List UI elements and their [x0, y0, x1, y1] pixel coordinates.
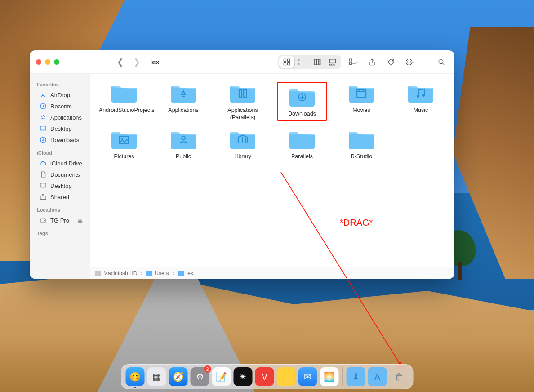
sidebar-item-label: Downloads	[50, 137, 79, 143]
breadcrumb-label: lex	[187, 270, 193, 276]
breadcrumb[interactable]: Users	[146, 270, 169, 276]
sidebar-section-header: iCloud	[32, 146, 90, 157]
sidebar-item-shared[interactable]: Shared	[35, 192, 87, 202]
folder-library[interactable]: Library	[218, 128, 268, 160]
folder-r-studio[interactable]: R-Studio	[336, 128, 387, 160]
search-button[interactable]	[435, 56, 448, 68]
folder-icon	[169, 128, 198, 151]
dock-stack-applications[interactable]: A	[368, 367, 387, 386]
breadcrumb[interactable]: lex	[178, 270, 193, 276]
nav-arrows: ❮ ❯	[117, 57, 140, 67]
sidebar-item-downloads[interactable]: Downloads	[35, 134, 87, 145]
dock-app-screenshot[interactable]: ✴︎	[234, 367, 253, 386]
folder-grid[interactable]: AndroidStudioProjects Applications Appli…	[90, 74, 454, 267]
dock-separator	[343, 367, 343, 386]
recents-icon	[40, 102, 47, 110]
sidebar-item-desktop[interactable]: Desktop	[35, 123, 87, 134]
svg-line-28	[442, 63, 444, 65]
svg-point-46	[422, 94, 425, 97]
svg-point-22	[392, 60, 393, 61]
dock-app-stickies[interactable]	[277, 367, 296, 386]
folder-music[interactable]: Music	[396, 82, 446, 121]
pathbar[interactable]: Macintosh HD›Users›lex	[90, 267, 454, 279]
dock-app-launchpad[interactable]: ▦	[147, 367, 166, 386]
icon-view-button[interactable]	[279, 56, 294, 68]
back-button[interactable]: ❮	[117, 57, 124, 67]
folder-public[interactable]: Public	[158, 128, 209, 160]
zoom-button[interactable]	[54, 59, 59, 65]
icloud-icon	[40, 160, 47, 167]
sidebar-item-desktop[interactable]: Desktop	[35, 180, 87, 191]
close-button[interactable]	[36, 59, 41, 65]
applications-icon	[40, 114, 47, 121]
svg-rect-34	[40, 183, 46, 187]
sidebar-section-header: Tags	[32, 226, 90, 238]
sidebar-item-icloud-drive[interactable]: iCloud Drive	[35, 158, 87, 169]
dock-app-system-settings[interactable]: ⚙︎2	[191, 367, 209, 386]
shared-icon	[40, 193, 47, 200]
eject-icon[interactable]: ⏏	[77, 217, 83, 224]
folder-icon	[146, 271, 152, 276]
folder-label: Public	[176, 153, 191, 160]
folder-label: Pictures	[114, 153, 134, 160]
folder-applications-parallels-[interactable]: Applications (Parallels)	[218, 82, 268, 121]
svg-rect-11	[317, 59, 319, 65]
svg-rect-3	[288, 62, 290, 65]
dock-app-mail[interactable]: ✉︎	[298, 367, 317, 386]
svg-point-24	[407, 62, 408, 62]
disk-icon	[40, 217, 47, 224]
list-view-button[interactable]	[294, 56, 310, 68]
dock-app-photos[interactable]: 🌅	[320, 367, 339, 386]
titlebar[interactable]: ❮ ❯ lex ⌄ ⌄	[30, 50, 454, 74]
sidebar-item-applications[interactable]: Applications	[35, 112, 87, 123]
dock-app-vivaldi[interactable]: V	[255, 367, 274, 386]
svg-point-26	[410, 62, 411, 62]
svg-point-7	[299, 59, 300, 60]
view-switcher	[278, 55, 341, 69]
folder-androidstudioprojects[interactable]: AndroidStudioProjects	[99, 82, 149, 121]
sidebar[interactable]: FavoritesAirDropRecentsApplicationsDeskt…	[30, 74, 90, 279]
folder-downloads[interactable]: Downloads	[277, 82, 327, 121]
dock-stack-downloads[interactable]: ⬇︎	[347, 367, 365, 386]
folder-label: Music	[414, 107, 428, 114]
share-button[interactable]	[365, 56, 379, 68]
desktop-icon	[40, 125, 47, 132]
sidebar-section-header: Locations	[32, 203, 90, 214]
documents-icon	[40, 171, 47, 178]
dock-app-safari[interactable]: 🧭	[169, 367, 188, 386]
dock-stack-trash[interactable]: 🗑	[390, 367, 409, 386]
dock[interactable]: 😊▦🧭⚙︎2📝✴︎V ✉︎🌅⬇︎A🗑	[121, 364, 414, 389]
sidebar-item-label: TG Pro	[50, 217, 69, 224]
folder-pictures[interactable]: Pictures	[99, 128, 149, 160]
sidebar-item-tg-pro[interactable]: TG Pro⏏	[35, 215, 87, 226]
dock-app-finder[interactable]: 😊	[126, 367, 145, 386]
folder-applications[interactable]: Applications	[158, 82, 209, 121]
sidebar-item-documents[interactable]: Documents	[35, 169, 87, 180]
drag-annotation-label: *DRAG*	[340, 218, 373, 228]
folder-movies[interactable]: Movies	[336, 82, 387, 121]
breadcrumb-label: Users	[155, 270, 169, 276]
sidebar-item-airdrop[interactable]: AirDrop	[35, 89, 87, 100]
forward-button[interactable]: ❯	[134, 57, 140, 67]
breadcrumb-label: Macintosh HD	[103, 270, 137, 276]
folder-icon	[110, 128, 138, 151]
tags-button[interactable]	[384, 56, 398, 68]
svg-point-25	[409, 62, 409, 62]
svg-rect-10	[314, 59, 316, 65]
folder-parallels[interactable]: Parallels	[277, 128, 327, 160]
window-controls	[36, 59, 59, 65]
breadcrumb[interactable]: Macintosh HD	[95, 270, 137, 276]
dock-app-notes[interactable]: 📝	[212, 367, 231, 386]
group-menu[interactable]: ⌄	[347, 56, 360, 68]
minimize-button[interactable]	[45, 59, 50, 65]
column-view-button[interactable]	[310, 56, 325, 68]
folder-label: AndroidStudioProjects	[99, 107, 149, 114]
folder-icon	[288, 128, 316, 151]
gallery-view-button[interactable]	[325, 56, 340, 68]
actions-menu[interactable]: ⌄	[403, 56, 417, 68]
svg-rect-31	[40, 126, 46, 130]
finder-window[interactable]: ❮ ❯ lex ⌄ ⌄ FavoritesAirDropRecentsAppli…	[30, 50, 454, 279]
sidebar-item-recents[interactable]: Recents	[35, 101, 87, 111]
sidebar-section-header: Favorites	[32, 77, 90, 89]
disk-icon	[95, 271, 101, 276]
